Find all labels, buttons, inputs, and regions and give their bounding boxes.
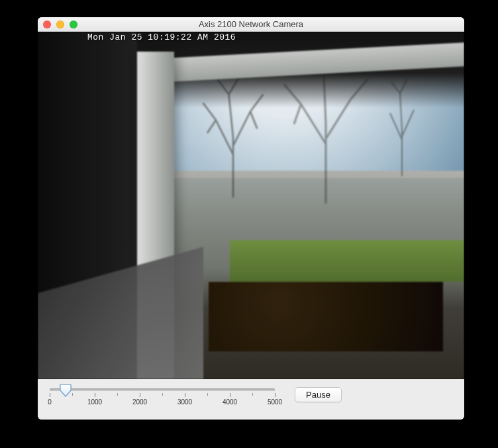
frame-slider[interactable]: 010002000300040005000 — [50, 384, 275, 410]
minimize-icon[interactable] — [56, 21, 64, 28]
pause-button[interactable]: Pause — [295, 387, 342, 402]
tick-minor — [72, 393, 73, 396]
tick-minor — [162, 393, 163, 396]
controls-bar: 010002000300040005000 Pause — [38, 379, 464, 420]
tick-minor — [252, 393, 253, 396]
tick-major — [275, 393, 275, 397]
tick-major — [230, 393, 230, 397]
tick-label: 1000 — [87, 398, 102, 406]
tick-minor — [207, 393, 208, 396]
tick-label: 5000 — [268, 398, 282, 406]
slider-track[interactable] — [50, 388, 275, 391]
zoom-icon[interactable] — [70, 21, 77, 28]
close-icon[interactable] — [43, 21, 51, 28]
tick-label: 4000 — [223, 398, 237, 406]
tick-label: 3000 — [177, 398, 192, 406]
tick-label: 2000 — [132, 398, 147, 406]
tick-major — [140, 393, 140, 397]
video-timestamp: Mon Jan 25 10:19:22 AM 2016 — [87, 32, 236, 42]
video-feed: Mon Jan 25 10:19:22 AM 2016 — [38, 32, 464, 379]
titlebar[interactable]: Axis 2100 Network Camera — [38, 17, 464, 32]
traffic-lights — [38, 21, 77, 28]
video-frame — [38, 32, 464, 379]
tick-major — [50, 393, 50, 397]
tick-minor — [117, 393, 118, 396]
tick-label: 0 — [48, 398, 52, 406]
window-title: Axis 2100 Network Camera — [38, 19, 464, 29]
slider-ticks: 010002000300040005000 — [50, 393, 275, 410]
tick-major — [95, 393, 95, 397]
tick-major — [185, 393, 185, 397]
app-window: Axis 2100 Network Camera Mon Jan 25 10:1… — [38, 17, 464, 420]
